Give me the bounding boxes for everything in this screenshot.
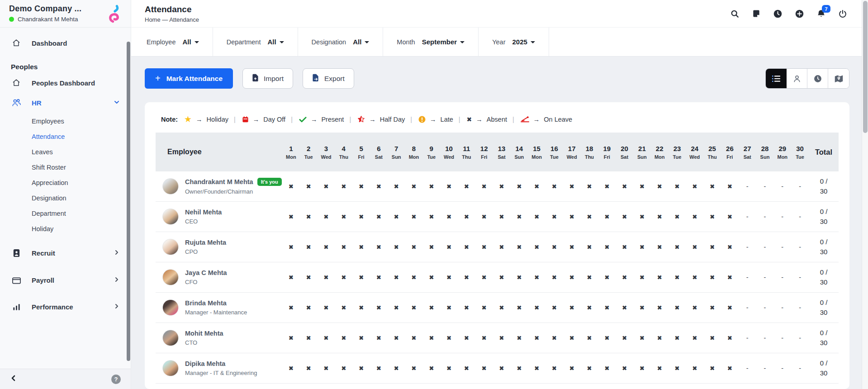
list-view-button[interactable]: [766, 69, 787, 88]
sidebar-item-label: Performance: [32, 303, 73, 311]
page-scrollbar-thumb[interactable]: [863, 1, 868, 133]
attendance-absent-mark: ✖: [493, 365, 511, 372]
sidebar-subitem-designation[interactable]: Designation: [32, 190, 131, 206]
company-switcher[interactable]: Demo Company ... Chandrakant M Mehta: [9, 4, 81, 23]
day-column-header: 17Wed: [563, 145, 581, 160]
employee-name-link[interactable]: Mohit Mehta: [185, 330, 223, 337]
filter-value-dropdown[interactable]: All: [182, 38, 199, 46]
avatar: [162, 209, 179, 225]
attendance-absent-mark: ✖: [510, 365, 528, 372]
person-view-button[interactable]: [787, 69, 807, 88]
employee-info: Rujuta MehtaCPO: [185, 239, 226, 255]
sidebar-subitem-shift-roster[interactable]: Shift Roster: [32, 160, 131, 175]
avatar: [162, 178, 179, 194]
filter-value-dropdown[interactable]: 2025: [512, 38, 535, 46]
attendance-absent-mark: ✖: [475, 183, 493, 190]
bell-icon[interactable]: 7: [816, 9, 826, 19]
day-column-header: 15Mon: [528, 145, 545, 160]
day-of-week: Fri: [598, 154, 616, 160]
employee-name-link[interactable]: Dipika Mehta: [185, 360, 225, 367]
filter-employee[interactable]: EmployeeAll: [133, 28, 213, 56]
table-header-row: Employee1Mon2Tue3Wed4Thu5Fri6Sat7Sun8Mon…: [156, 133, 839, 171]
attendance-absent-mark: ✖: [352, 365, 370, 372]
legend-separator: |: [459, 116, 460, 123]
day-number: 26: [721, 145, 739, 152]
sidebar-item-recruit[interactable]: Recruit: [0, 239, 131, 267]
attendance-absent-mark: ✖: [703, 365, 721, 372]
employee-name-link[interactable]: Chandrakant M Mehta: [185, 178, 253, 185]
sidebar-subitem-leaves[interactable]: Leaves: [32, 144, 131, 160]
attendance-absent-mark: ✖: [440, 183, 458, 190]
attendance-absent-mark: ✖: [335, 213, 352, 220]
legend-label: Absent: [487, 116, 507, 123]
attendance-absent-mark: ✖: [282, 274, 300, 281]
export-button[interactable]: Export: [303, 68, 354, 89]
filter-department[interactable]: DepartmentAll: [213, 28, 298, 56]
search-icon[interactable]: [730, 9, 740, 19]
sidebar-subitem-employees[interactable]: Employees: [32, 114, 131, 129]
sidebar-subitem-appreciation[interactable]: Appreciation: [32, 175, 131, 190]
attendance-absent-mark: ✖: [282, 183, 300, 190]
add-icon[interactable]: [795, 9, 804, 19]
attendance-absent-mark: ✖: [440, 334, 458, 342]
attendance-absent-mark: ✖: [616, 334, 633, 342]
collapse-sidebar-icon[interactable]: [10, 375, 17, 384]
day-number: 3: [318, 145, 335, 152]
attendance-absent-mark: ✖: [458, 183, 475, 190]
page-scrollbar[interactable]: [862, 0, 868, 389]
day-of-week: Sat: [370, 154, 388, 160]
clock-icon[interactable]: [773, 9, 783, 19]
day-column-header: 19Fri: [598, 145, 616, 160]
filter-month[interactable]: MonthSeptember: [383, 28, 479, 56]
attendance-absent-mark: ✖: [475, 213, 493, 220]
calendar-icon: [242, 116, 249, 123]
attendance-absent-mark: ✖: [598, 365, 616, 372]
sidebar-subitem-attendance[interactable]: Attendance: [32, 129, 131, 144]
attendance-absent-mark: ✖: [686, 304, 703, 311]
filter-value-dropdown[interactable]: September: [422, 38, 465, 46]
employee-name-link[interactable]: Nehil Mehta: [185, 209, 222, 216]
attendance-blank-cell: -: [791, 334, 809, 342]
filter-value-dropdown[interactable]: All: [353, 38, 369, 46]
day-column-header: 30Tue: [791, 145, 809, 160]
employee-cell: Rujuta MehtaCPO: [156, 239, 282, 255]
filter-designation[interactable]: DesignationAll: [298, 28, 384, 56]
day-number: 10: [440, 145, 458, 152]
filter-year[interactable]: Year2025: [479, 28, 549, 56]
note-icon[interactable]: [752, 9, 761, 18]
day-number: 27: [739, 145, 756, 152]
import-button[interactable]: Import: [242, 68, 293, 89]
sidebar-item-payroll[interactable]: Payroll: [0, 267, 131, 294]
map-view-button[interactable]: [828, 69, 849, 88]
attendance-absent-mark: ✖: [318, 213, 335, 220]
attendance-absent-mark: ✖: [335, 365, 352, 372]
day-number: 1: [282, 145, 300, 152]
attendance-absent-mark: ✖: [300, 213, 318, 220]
day-column-header: 16Tue: [545, 145, 563, 160]
sidebar-item-performance[interactable]: Performance: [0, 294, 131, 320]
mark-attendance-button[interactable]: + Mark Attendance: [145, 68, 233, 89]
filter-value-dropdown[interactable]: All: [267, 38, 284, 46]
employee-name-link[interactable]: Brinda Mehta: [185, 299, 227, 307]
sidebar-item-hr[interactable]: HR: [0, 93, 131, 113]
attendance-absent-mark: ✖: [388, 365, 405, 372]
sidebar-nav: Dashboard Peoples Peoples Dashboard HR: [0, 28, 131, 369]
employee-name-row: Nehil Mehta: [185, 209, 222, 216]
sidebar-item-peoples-dashboard[interactable]: Peoples Dashboard: [0, 73, 131, 93]
company-name[interactable]: Demo Company ...: [9, 4, 81, 14]
sidebar-scrollbar[interactable]: [127, 42, 130, 361]
time-view-button[interactable]: [807, 69, 828, 88]
help-icon[interactable]: ?: [111, 375, 121, 384]
power-icon[interactable]: [838, 9, 847, 19]
sidebar-subitem-department[interactable]: Department: [32, 206, 131, 221]
sidebar-item-dashboard[interactable]: Dashboard: [0, 33, 131, 53]
attendance-blank-cell: -: [773, 334, 791, 342]
arrow-right-glyph: →: [369, 116, 376, 123]
attendance-absent-mark: ✖: [352, 274, 370, 281]
employee-name-link[interactable]: Jaya C Mehta: [185, 269, 227, 276]
sidebar-subitem-holiday[interactable]: Holiday: [32, 221, 131, 237]
attendance-absent-mark: ✖: [633, 304, 651, 311]
table-row: Chandrakant M MehtaIt's youOwner/Founder…: [156, 171, 839, 202]
attendance-absent-mark: ✖: [669, 274, 686, 281]
employee-name-link[interactable]: Rujuta Mehta: [185, 239, 226, 246]
